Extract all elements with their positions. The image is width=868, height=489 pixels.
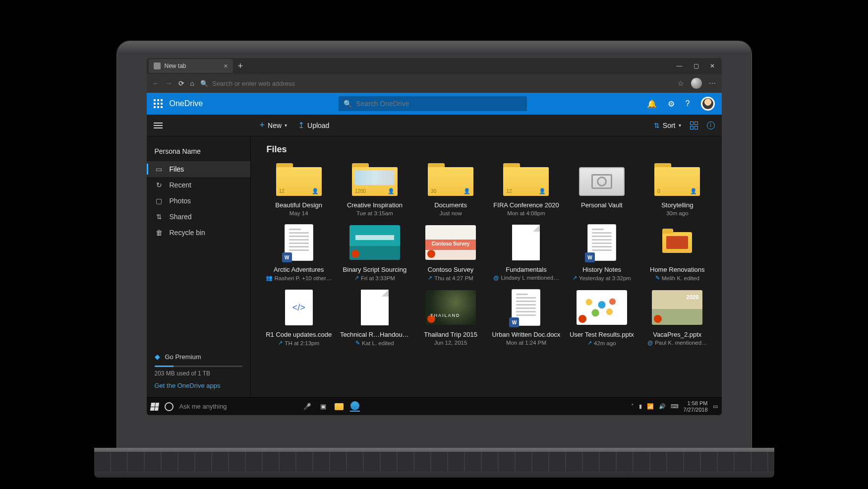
- search-icon: 🔍: [344, 100, 352, 108]
- action-center-icon[interactable]: ▭: [713, 403, 718, 410]
- volume-icon[interactable]: 🔊: [659, 403, 666, 410]
- sidebar-item-label: Files: [170, 165, 184, 173]
- app-launcher-icon[interactable]: [154, 99, 163, 108]
- sidebar-item-files[interactable]: ▭ Files: [147, 161, 250, 177]
- tray-chevron-icon[interactable]: ˄: [631, 403, 634, 410]
- edge-browser-icon[interactable]: [350, 402, 360, 412]
- address-input[interactable]: [212, 80, 672, 87]
- language-icon[interactable]: ⌨: [671, 403, 679, 410]
- go-premium-button[interactable]: ◆ Go Premium: [155, 353, 242, 361]
- file-thumbnail: 12👤: [501, 166, 551, 197]
- help-icon[interactable]: ?: [686, 99, 690, 108]
- file-tile[interactable]: Personal Vault: [567, 164, 637, 218]
- shared-icon: ⇅: [155, 213, 164, 221]
- file-name: Contoso Survey: [428, 266, 474, 273]
- file-meta: @Lindsey L mentioned…: [493, 275, 559, 281]
- file-explorer-icon[interactable]: [334, 402, 344, 412]
- browser-tab[interactable]: New tab ×: [149, 59, 233, 73]
- refresh-icon[interactable]: ⟳: [178, 79, 184, 87]
- clock[interactable]: 1:58 PM 7/27/2018: [684, 400, 708, 412]
- file-tile[interactable]: WArctic Adventures👥Rasheri P. +10 other…: [264, 221, 334, 283]
- file-tile[interactable]: 30👤DocumentsJust now: [415, 164, 486, 218]
- nav-toggle-icon[interactable]: [154, 122, 163, 128]
- file-tile[interactable]: 1200👤Creative InspirationTue at 3:15am: [339, 164, 410, 218]
- task-view-icon[interactable]: ▣: [318, 402, 328, 412]
- tab-close-icon[interactable]: ×: [224, 62, 228, 70]
- sidebar-item-shared[interactable]: ⇅ Shared: [147, 209, 250, 225]
- recent-icon: ↻: [155, 181, 164, 189]
- file-tile[interactable]: Thailand Trip 2015Jun 12, 2015: [415, 286, 486, 348]
- file-name: Thailand Trip 2015: [424, 331, 477, 338]
- file-thumbnail: [425, 288, 476, 327]
- recycle-bin-icon: 🗑: [155, 229, 164, 237]
- browser-menu-icon[interactable]: ⋯: [709, 79, 716, 87]
- files-icon: ▭: [155, 165, 164, 173]
- onedrive-search-input[interactable]: [356, 100, 522, 108]
- window-close-icon[interactable]: ✕: [710, 62, 715, 69]
- view-toggle-icon[interactable]: [690, 122, 698, 129]
- file-meta: ✎Kat L. edited: [355, 340, 394, 346]
- file-tile[interactable]: Technical R…Handout.pptx✎Kat L. edited: [339, 286, 410, 348]
- sidebar-item-photos[interactable]: ▢ Photos: [147, 193, 250, 209]
- file-thumbnail: 12👤: [274, 166, 324, 197]
- info-icon[interactable]: i: [707, 122, 715, 129]
- file-tile[interactable]: 0👤Storytelling30m ago: [642, 164, 712, 218]
- browser-profile-icon[interactable]: [691, 78, 702, 89]
- file-tile[interactable]: Home Renovations✎Melih K. edited: [642, 221, 712, 283]
- file-meta: @Paul K. mentioned…: [647, 340, 707, 346]
- app-body: Persona Name ▭ Files ↻ Recent ▢ Photos ⇅…: [147, 136, 722, 397]
- sidebar-item-recent[interactable]: ↻ Recent: [147, 177, 250, 193]
- file-name: FIRA Conference 2020: [493, 201, 559, 209]
- notifications-icon[interactable]: 🔔: [647, 99, 657, 109]
- cortana-input[interactable]: Ask me anything: [179, 403, 227, 410]
- file-name: Binary Script Sourcing: [343, 266, 407, 273]
- file-tile[interactable]: Fundamentals@Lindsey L mentioned…: [491, 221, 561, 283]
- file-tile[interactable]: Contoso Survey↗Thu at 4:27 PM: [415, 221, 486, 283]
- cortana-icon[interactable]: [165, 402, 174, 411]
- favorite-icon[interactable]: ☆: [678, 79, 684, 87]
- file-meta: ↗42m ago: [587, 340, 616, 346]
- mic-icon[interactable]: 🎤: [302, 402, 312, 412]
- file-name: User Test Results.pptx: [570, 331, 634, 338]
- onedrive-search[interactable]: 🔍: [339, 96, 527, 111]
- file-tile[interactable]: 12👤FIRA Conference 2020Mon at 4:08pm: [491, 164, 561, 218]
- file-thumbnail: [652, 288, 702, 327]
- file-tile[interactable]: Binary Script Sourcing↗Fri at 3:33PM: [339, 221, 410, 283]
- file-name: VacaPres_2.pptx: [653, 331, 701, 338]
- file-tile[interactable]: VacaPres_2.pptx@Paul K. mentioned…: [642, 286, 712, 348]
- battery-icon[interactable]: ▮: [639, 403, 642, 410]
- start-button[interactable]: [150, 403, 159, 411]
- diamond-icon: ◆: [155, 353, 160, 361]
- account-avatar[interactable]: [701, 97, 715, 111]
- sidebar-item-recycle-bin[interactable]: 🗑 Recycle bin: [147, 225, 250, 241]
- window-maximize-icon[interactable]: ▢: [694, 62, 699, 69]
- file-tile[interactable]: 12👤Beautiful DesignMay 14: [264, 164, 334, 218]
- get-apps-link[interactable]: Get the OneDrive apps: [155, 382, 242, 389]
- persona-name: Persona Name: [147, 142, 250, 161]
- window-minimize-icon[interactable]: —: [677, 62, 683, 69]
- file-name: Urban Written Doc.docx: [492, 331, 561, 338]
- settings-gear-icon[interactable]: ⚙: [668, 99, 675, 109]
- file-tile[interactable]: </>R1 Code updates.code↗TH at 2:13pm: [264, 286, 334, 348]
- upload-icon: ↥: [298, 121, 304, 130]
- file-tile[interactable]: WUrban Written Doc.docxMon at 1:24 PM: [491, 286, 561, 348]
- new-button[interactable]: + New ▾: [260, 120, 288, 130]
- file-thumbnail: 1200👤: [349, 166, 400, 197]
- file-tile[interactable]: User Test Results.pptx↗42m ago: [567, 286, 637, 348]
- sort-label: Sort: [663, 122, 676, 129]
- upload-button[interactable]: ↥ Upload: [298, 121, 329, 130]
- new-tab-button[interactable]: +: [238, 61, 243, 71]
- premium-label: Go Premium: [165, 353, 201, 361]
- upload-label: Upload: [307, 122, 329, 129]
- file-thumbnail: [349, 223, 400, 262]
- file-thumbnail: [425, 223, 476, 262]
- wifi-icon[interactable]: 📶: [647, 403, 654, 410]
- home-icon[interactable]: ⌂: [190, 79, 194, 87]
- file-name: Technical R…Handout.pptx: [340, 331, 409, 338]
- back-icon[interactable]: ←: [153, 79, 160, 87]
- forward-icon[interactable]: →: [166, 79, 173, 87]
- sort-button[interactable]: ⇅ Sort ▾: [654, 122, 681, 129]
- tab-title: New tab: [165, 62, 186, 69]
- file-tile[interactable]: WHistory Notes↗Yesterday at 3:32pm: [567, 221, 637, 283]
- storage-bar: [155, 366, 242, 367]
